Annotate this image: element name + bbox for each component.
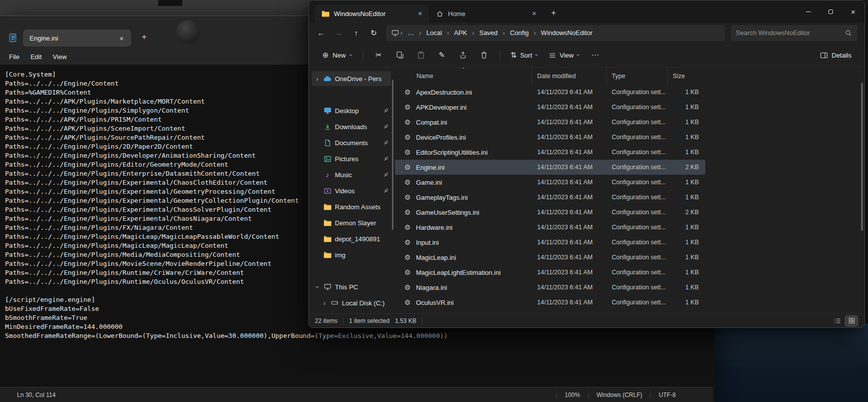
paste-button[interactable]: [411, 47, 431, 64]
videos-icon: [323, 187, 331, 195]
breadcrumb-item-local[interactable]: Local: [423, 28, 446, 38]
ini-file-icon: ⚙: [403, 253, 411, 261]
minimize-button[interactable]: [797, 1, 819, 23]
view-button[interactable]: View ›: [544, 47, 584, 64]
sidebar-item-videos[interactable]: Videos: [312, 183, 391, 198]
up-button[interactable]: ↑: [348, 25, 364, 41]
maximize-button[interactable]: [819, 1, 842, 23]
breadcrumb-item-windowsnoeditor[interactable]: WindowsNoEditor: [538, 28, 596, 38]
file-row[interactable]: ⚙ MagicLeap.ini 14/11/2023 6:41 AM Confi…: [395, 250, 705, 265]
search-box[interactable]: [731, 25, 857, 41]
new-button[interactable]: ⊕ New ›: [317, 47, 357, 64]
column-header-label: Type: [612, 73, 625, 80]
sidebar-item-downloads[interactable]: Downloads: [312, 119, 391, 134]
file-row[interactable]: ⚙ Input.ini 14/11/2023 6:41 AM Configura…: [395, 235, 705, 250]
tab-windowsnoeditor[interactable]: WindowsNoEditor ×: [315, 5, 429, 23]
file-row[interactable]: ⚙ Game.ini 14/11/2023 6:41 AM Configurat…: [395, 175, 705, 190]
sidebar-item-onedrive[interactable]: › OneDrive - Pers: [312, 71, 391, 86]
copy-button[interactable]: [390, 47, 410, 64]
menu-edit[interactable]: Edit: [26, 51, 47, 63]
file-size: 1 KB: [668, 89, 705, 96]
sidebar-item-desktop[interactable]: Desktop: [312, 103, 391, 118]
file-list-scrollbar[interactable]: [861, 83, 863, 231]
sort-button[interactable]: ⇅ Sort ›: [506, 47, 543, 64]
sidebar-item-label: OneDrive - Pers: [335, 75, 389, 83]
sidebar-item-random-assets[interactable]: Random Assets: [312, 199, 391, 214]
sidebar-item-demon-slayer[interactable]: Demon Slayer: [312, 215, 391, 230]
sort-ascending-icon: ˆ: [463, 67, 465, 73]
breadcrumb-item-saved[interactable]: Saved: [476, 28, 501, 38]
file-row[interactable]: ⚙ OculusVR.ini 14/11/2023 6:41 AM Config…: [395, 295, 705, 310]
column-header-name[interactable]: ˆ Name: [395, 68, 532, 85]
address-bar[interactable]: › … › Local › APK › Saved › Config › Win…: [386, 25, 725, 41]
file-row[interactable]: ⚙ Engine.ini 14/11/2023 6:41 AM Configur…: [395, 160, 705, 175]
search-input[interactable]: [736, 29, 844, 37]
more-options-button[interactable]: ⋯: [585, 47, 605, 64]
large-icons-view-button[interactable]: [845, 316, 857, 326]
explorer-new-tab-button[interactable]: +: [546, 6, 561, 21]
rename-icon: ✎: [439, 51, 445, 60]
share-button[interactable]: [453, 47, 473, 64]
notepad-status-right: 100% Windows (CRLF) UTF-8: [548, 391, 676, 398]
details-button[interactable]: Details: [815, 47, 856, 64]
tab-home[interactable]: Home ×: [429, 5, 543, 23]
sidebar-item-label: This PC: [335, 283, 389, 291]
column-header-size[interactable]: Size: [668, 68, 705, 85]
file-row[interactable]: ⚙ GameUserSettings.ini 14/11/2023 6:41 A…: [395, 205, 705, 220]
notepad-new-tab-button[interactable]: +: [138, 31, 151, 44]
notepad-tab-close-icon[interactable]: ×: [116, 33, 127, 44]
file-row[interactable]: ⚙ Compat.ini 14/11/2023 6:41 AM Configur…: [395, 115, 705, 130]
sidebar-item-this-pc[interactable]: › This PC: [312, 279, 391, 294]
refresh-button[interactable]: ↻: [365, 25, 382, 41]
close-button[interactable]: ×: [842, 1, 864, 23]
details-view-button[interactable]: [831, 316, 843, 326]
file-row[interactable]: ⚙ DeviceProfiles.ini 14/11/2023 6:41 AM …: [395, 130, 705, 145]
file-row[interactable]: ⚙ EditorScriptingUtilities.ini 14/11/202…: [395, 145, 705, 160]
file-date: 14/11/2023 6:41 AM: [532, 269, 607, 276]
file-name: GameUserSettings.ini: [416, 209, 479, 216]
notepad-tab-engine-ini[interactable]: Engine.ini ×: [23, 30, 131, 47]
file-row[interactable]: ⚙ APKDeveloper.ini 14/11/2023 6:41 AM Co…: [395, 100, 705, 115]
notepad-tab-title: Engine.ini: [30, 35, 116, 42]
file-size: 1 KB: [668, 254, 705, 261]
status-divider: [588, 391, 589, 398]
file-name-cell: ⚙ Input.ini: [395, 238, 532, 246]
sidebar-item-depot-1490891[interactable]: depot_1490891: [312, 231, 391, 246]
menu-file[interactable]: File: [4, 51, 25, 63]
chevron-right-icon: ›: [446, 29, 450, 37]
column-header-date[interactable]: Date modified: [532, 68, 607, 85]
sidebar-item-local-disk-c[interactable]: › Local Disk (C:): [312, 295, 391, 310]
forward-button[interactable]: →: [330, 25, 347, 41]
sidebar-item-music[interactable]: ♪ Music: [312, 167, 391, 182]
sidebar-item-pictures[interactable]: Pictures: [312, 151, 391, 166]
file-explorer-window: WindowsNoEditor × Home × + × ← → ↑ ↻: [308, 0, 865, 328]
file-size: 1 KB: [668, 194, 705, 201]
file-row[interactable]: ⚙ GameplayTags.ini 14/11/2023 6:41 AM Co…: [395, 190, 705, 205]
breadcrumb-overflow[interactable]: …: [404, 28, 417, 38]
file-name: Input.ini: [416, 239, 439, 246]
file-name-cell: ⚙ Niagara.ini: [395, 283, 532, 291]
item-count: 22 items: [315, 317, 337, 324]
sidebar-item-img[interactable]: img: [312, 247, 391, 262]
rename-button[interactable]: ✎: [432, 47, 452, 64]
folder-icon: [323, 235, 331, 243]
sidebar-item-documents[interactable]: Documents: [312, 135, 391, 150]
column-header-type[interactable]: Type: [607, 68, 668, 85]
folder-icon: [321, 10, 329, 18]
file-name: OculusVR.ini: [416, 299, 454, 306]
breadcrumb-item-apk[interactable]: APK: [451, 28, 471, 38]
breadcrumb-item-config[interactable]: Config: [507, 28, 533, 38]
delete-button[interactable]: [474, 47, 494, 64]
tab-close-icon[interactable]: ×: [415, 9, 425, 19]
tab-close-icon[interactable]: ×: [529, 9, 539, 19]
back-button[interactable]: ←: [313, 25, 329, 41]
cut-button[interactable]: ✂: [369, 47, 389, 64]
file-size: 1 KB: [668, 299, 705, 306]
status-divider: [343, 317, 343, 324]
sidebar-scrollbar[interactable]: [392, 80, 393, 230]
menu-view[interactable]: View: [48, 51, 72, 63]
file-row[interactable]: ⚙ Niagara.ini 14/11/2023 6:41 AM Configu…: [395, 280, 705, 295]
file-row[interactable]: ⚙ MagicLeapLightEstimation.ini 14/11/202…: [395, 265, 705, 280]
file-row[interactable]: ⚙ Hardware.ini 14/11/2023 6:41 AM Config…: [395, 220, 705, 235]
file-row[interactable]: ⚙ ApexDestruction.ini 14/11/2023 6:41 AM…: [395, 85, 705, 100]
